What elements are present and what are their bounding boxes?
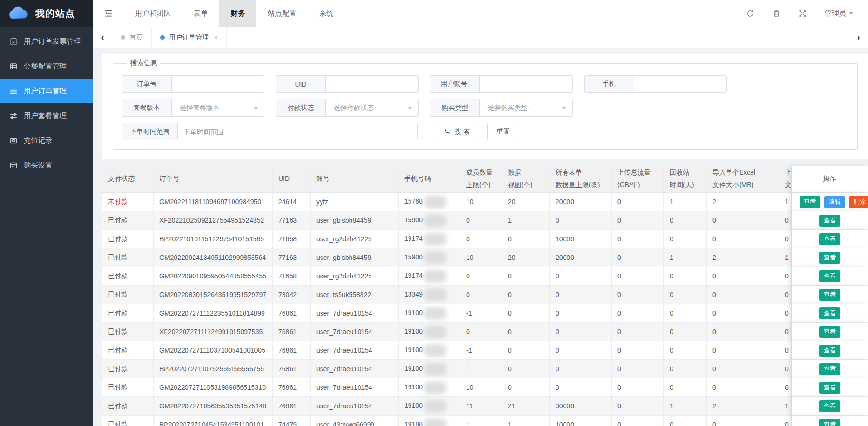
column-header-account: 账号 (311, 166, 399, 193)
cell-upload_traffic: 0 (612, 193, 664, 211)
cell-form_data_limit: 30000 (550, 397, 612, 416)
view-order-button[interactable]: 查看 (819, 307, 840, 319)
cell-phone: 19100 (399, 378, 460, 397)
cell-recycle_days: 1 (664, 397, 707, 416)
trash-icon[interactable] (772, 10, 780, 18)
order-time-range-input[interactable] (178, 123, 417, 140)
cell-clipped: 0 (778, 286, 792, 304)
sidebar-item-order-invoice[interactable]: 用户订单发票管理 (0, 29, 93, 54)
view-order-button[interactable]: 查看 (819, 289, 840, 301)
nav-item-system[interactable]: 系统 (308, 0, 345, 27)
view-order-button[interactable]: 查看 (819, 363, 840, 375)
cell-data_views: 20 (502, 248, 550, 267)
chevron-down-icon (254, 107, 258, 109)
refresh-icon[interactable] (746, 10, 754, 18)
phone-redaction-blur (424, 381, 446, 394)
cell-uid: 77163 (273, 248, 311, 267)
tab-close-icon[interactable]: × (214, 34, 218, 41)
admin-dropdown[interactable]: 管理员 (825, 9, 854, 18)
tabs-scroll-right-button[interactable]: › (849, 27, 868, 48)
view-order-button[interactable]: 查看 (819, 326, 840, 338)
cell-member_limit: -1 (460, 304, 502, 323)
cell-phone: 19100 (399, 304, 460, 323)
mobile-label: 手机 (585, 76, 634, 92)
nav-item-finance[interactable]: 财务 (219, 0, 256, 27)
cell-actions: 查看 (792, 304, 868, 323)
view-order-button[interactable]: 查看 (819, 382, 840, 394)
cell-phone: 15768 (399, 193, 460, 211)
fullscreen-icon[interactable] (799, 10, 807, 18)
cell-excel_size: 0 (707, 416, 778, 426)
sidebar-item-purchase-settings[interactable]: 购买设置 (0, 153, 93, 178)
delete-order-button[interactable]: 删除 (849, 196, 868, 208)
edit-order-button[interactable]: 编辑 (824, 196, 845, 208)
cell-status: 已付款 (102, 211, 154, 230)
cell-uid: 71658 (273, 230, 311, 248)
user-account-input[interactable] (480, 76, 572, 92)
view-order-button[interactable]: 查看 (800, 196, 820, 208)
purchase-type-placeholder: -选择购买类型- (486, 104, 530, 112)
mobile-input[interactable] (634, 76, 726, 92)
sidebar-item-recharge-records[interactable]: 充值记录 (0, 128, 93, 153)
cell-phone: 19188 (399, 416, 460, 426)
tab-label: 首页 (129, 33, 143, 42)
menu-fold-icon[interactable] (93, 0, 124, 27)
search-button[interactable]: 搜 索 (435, 123, 479, 140)
cell-actions: 查看 (792, 341, 868, 360)
view-order-button[interactable]: 查看 (819, 252, 840, 264)
order-no-input[interactable] (172, 76, 264, 92)
purchase-type-select[interactable]: -选择购买类型- (480, 99, 572, 116)
cell-member_limit: 0 (460, 286, 502, 304)
cell-uid: 76861 (273, 397, 311, 416)
cell-form_data_limit: 0 (550, 360, 612, 378)
cell-form_data_limit: 0 (550, 323, 612, 341)
cell-excel_size: 2 (707, 248, 778, 267)
cell-account: user_gbisbh84459 (311, 211, 399, 230)
nav-item-forms[interactable]: 表单 (182, 0, 219, 27)
cell-status: 未付款 (102, 193, 154, 211)
cell-actions: 查看 (792, 323, 868, 341)
sidebar-item-user-orders[interactable]: 用户订单管理 (0, 79, 93, 103)
reset-button[interactable]: 重置 (487, 123, 519, 140)
site-logo[interactable]: 我的站点 (0, 0, 93, 27)
view-order-button[interactable]: 查看 (819, 215, 840, 227)
nav-item-users-teams[interactable]: 用户和团队 (124, 0, 182, 27)
column-header-recycle_days: 回收站时间(天) (664, 166, 707, 193)
cell-upload_traffic: 0 (612, 267, 664, 286)
cell-account: user_7draeu10154 (311, 323, 399, 341)
view-order-button[interactable]: 查看 (819, 419, 840, 426)
cell-form_data_limit: 0 (550, 304, 612, 323)
cell-member_limit: 0 (460, 323, 502, 341)
nav-item-site-config[interactable]: 站点配置 (256, 0, 308, 27)
phone-redaction-blur (424, 344, 446, 357)
cell-member_limit: 0 (460, 267, 502, 286)
cell-upload_traffic: 0 (612, 304, 664, 323)
view-order-button[interactable]: 查看 (819, 345, 840, 357)
tab-user-order-management[interactable]: 用户订单管理× (152, 27, 227, 48)
chevron-down-icon (562, 107, 566, 109)
view-order-button[interactable]: 查看 (819, 233, 840, 245)
phone-visible-digits: 19100 (404, 383, 423, 391)
phone-visible-digits: 15768 (404, 198, 423, 205)
cell-data_views: 0 (502, 378, 550, 397)
sidebar-item-package-config[interactable]: 套餐配置管理 (0, 54, 93, 79)
order-time-range-field: 下单时间范围 (122, 123, 418, 140)
uid-input[interactable] (326, 76, 418, 92)
recharge-icon (10, 137, 18, 145)
order-time-range-label: 下单时间范围 (122, 123, 178, 140)
cell-recycle_days: 1 (664, 193, 707, 211)
view-order-button[interactable]: 查看 (819, 400, 840, 412)
plan-version-select[interactable]: -选择套餐版本- (172, 99, 264, 116)
cell-actions: 查看 (792, 397, 868, 416)
sidebar-item-user-packages[interactable]: 用户套餐管理 (0, 103, 93, 128)
cell-actions: 查看 (792, 360, 868, 378)
cell-order_no: GM20220727111223551011014899 (154, 304, 273, 323)
cell-order_no: GM20220830152643519951529797 (154, 286, 273, 304)
view-order-button[interactable]: 查看 (819, 270, 840, 282)
cell-status: 已付款 (102, 304, 154, 323)
search-icon (444, 128, 451, 136)
tabs-scroll-left-button[interactable]: ‹ (93, 27, 112, 48)
cell-recycle_days: 0 (664, 211, 707, 230)
payment-status-select[interactable]: -选择付款状态- (326, 99, 418, 116)
tab-home[interactable]: 首页 (112, 27, 152, 48)
